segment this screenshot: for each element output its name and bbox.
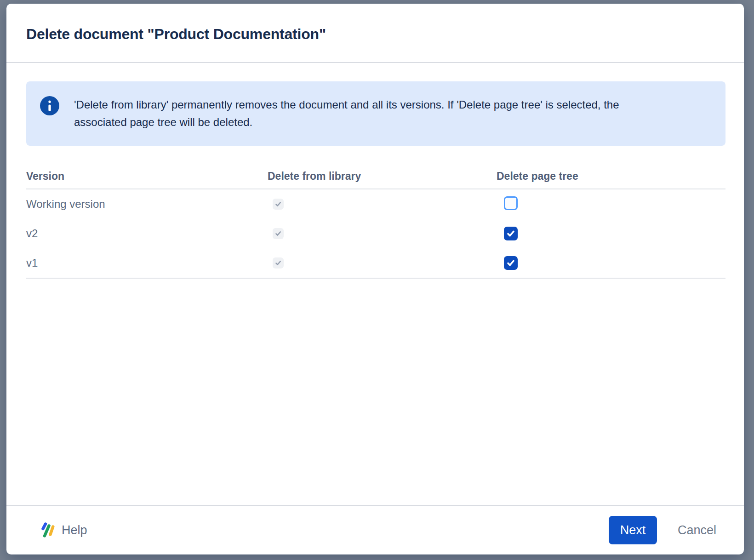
column-header-delete-page-tree: Delete page tree <box>497 170 725 183</box>
footer-actions: Next Cancel <box>609 516 716 544</box>
dialog-body: 'Delete from library' permanently remove… <box>6 63 744 505</box>
version-label: v1 <box>26 257 268 269</box>
delete-page-tree-checkbox[interactable] <box>504 196 518 210</box>
modal-overlay: Delete document "Product Documentation" … <box>0 0 754 560</box>
delete-document-dialog: Delete document "Product Documentation" … <box>6 4 744 554</box>
help-label: Help <box>62 523 87 537</box>
delete-from-library-checkbox <box>273 199 284 210</box>
version-label: v2 <box>26 227 268 240</box>
dialog-footer: Help Next Cancel <box>6 505 744 554</box>
delete-from-library-checkbox <box>273 257 284 269</box>
table-row-working-version: Working version <box>26 189 725 219</box>
version-label: Working version <box>26 198 268 211</box>
scroll-documents-logo-icon <box>39 522 55 538</box>
help-link[interactable]: Help <box>39 522 87 538</box>
cancel-button[interactable]: Cancel <box>678 523 716 537</box>
table-row-v2: v2 <box>26 219 725 248</box>
delete-page-tree-checkbox[interactable] <box>504 256 518 270</box>
info-banner: 'Delete from library' permanently remove… <box>26 81 725 146</box>
next-button[interactable]: Next <box>609 516 657 544</box>
table-row-v1: v1 <box>26 248 725 278</box>
column-header-delete-from-library: Delete from library <box>268 170 497 183</box>
dialog-header: Delete document "Product Documentation" <box>6 4 744 63</box>
delete-page-tree-checkbox[interactable] <box>504 227 518 240</box>
dialog-title: Delete document "Product Documentation" <box>26 24 724 44</box>
info-icon <box>40 96 59 115</box>
table-header-row: Version Delete from library Delete page … <box>26 170 725 189</box>
table-body: Working version v2 <box>26 189 725 279</box>
info-banner-text: 'Delete from library' permanently remove… <box>74 96 667 131</box>
versions-table: Version Delete from library Delete page … <box>26 170 725 279</box>
column-header-version: Version <box>26 170 268 183</box>
delete-from-library-checkbox <box>273 228 284 239</box>
